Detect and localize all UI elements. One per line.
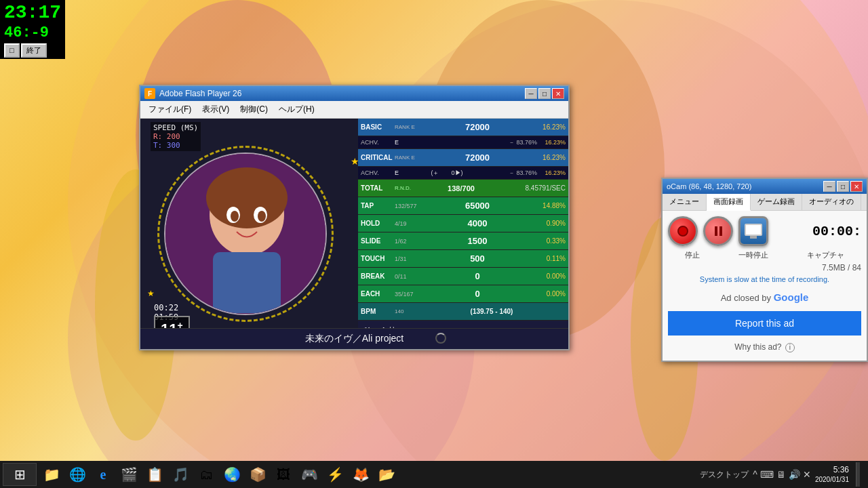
system-tray: デスクトップ ^ ⌨ 🖥 🔊 ✕ 5:36 2020/01/31 [700,462,860,487]
basic-score-row: BASIC RANK E 72000 16.23% [358,119,568,136]
taskbar-icon-folder[interactable]: 📂 [374,462,399,487]
taskbar-icon-media[interactable]: 🎬 [117,462,141,487]
stop-label: 停止 [685,250,700,260]
basic-pct: 16.23% [540,123,568,131]
menu-file[interactable]: ファイル(F) [143,102,197,117]
explorer-icon: 📁 [43,466,60,483]
ocam-title: oCam (86, 48, 1280, 720) [667,182,821,190]
taskbar-icon-game[interactable]: 🎮 [297,462,321,487]
ocam-maximize-button[interactable]: □ [837,181,849,192]
basic-achv-label: ACHV. [358,139,395,146]
ocam-recording-controls: 00:00: [668,216,861,246]
taskbar-pinned-icons: 📁 🌐 e 🎬 📋 🎵 🗂 🌏 📦 🖼 🎮 [39,462,700,487]
taskbar-icon-app7[interactable]: 🗂 [194,462,218,487]
taskbar-icon-flash[interactable]: ⚡ [323,462,347,487]
why-this-ad[interactable]: Why this ad? i [668,340,861,355]
tab-menu[interactable]: メニュー [663,194,707,210]
ocam-tab-bar: メニュー 画面録画 ゲーム録画 オーディオの [663,194,867,211]
basic-achv-pct: 16.23% [540,139,568,146]
show-desktop-button[interactable] [856,462,860,487]
flash-app-icon: F [144,88,155,99]
taskbar: ⊞ 📁 🌐 e 🎬 📋 🎵 🗂 🌏 📦 🖼 [0,461,868,488]
critical-pct: 16.23% [540,154,568,161]
ocam-pause-button[interactable] [703,216,733,246]
slide-val: 1/62 [395,238,415,245]
loading-spinner [435,333,446,344]
ocam-window: oCam (86, 48, 1280, 720) ─ □ ✕ メニュー 画面録画… [661,178,868,362]
break-val: 0/11 [395,273,415,280]
tray-chevron-icon[interactable]: ^ [753,469,757,480]
basic-achv-row: ACHV. E － 83.76% 16.23% [358,136,568,149]
break-score: 0 [415,271,540,281]
ocam-close-button[interactable]: ✕ [850,181,863,192]
ocam-minimize-button[interactable]: ─ [823,181,835,192]
hold-score-row: HOLD 4/19 4000 0.90% [358,215,568,232]
desktop-show-label: デスクトップ [700,469,749,481]
svg-point-9 [206,167,288,228]
report-ad-button[interactable]: Report this ad [668,311,861,336]
total-label: TOTAL [358,184,395,192]
basic-rank: RANK E [395,124,415,130]
ocam-record-button[interactable] [668,216,698,246]
taskbar-icon-app5[interactable]: 📋 [142,462,167,487]
app10-icon: 🖼 [277,467,290,483]
ocam-capture-button[interactable] [738,216,768,246]
each-pct: 0.00% [540,290,568,298]
taskbar-icon-app6[interactable]: 🎵 [168,462,193,487]
svg-point-13 [231,211,239,222]
slide-pct: 0.33% [540,237,568,245]
capture-label: キャプチャ [807,250,844,260]
score-table: BASIC RANK E 72000 16.23% ACHV. E － 83.7… [358,119,568,349]
tab-game-rec[interactable]: ゲーム録画 [751,194,802,210]
taskbar-icon-app8[interactable]: 🌏 [220,462,244,487]
ocam-window-controls: ─ □ ✕ [823,181,863,192]
taskbar-icon-app10[interactable]: 🖼 [271,462,296,487]
flash-icon-tb: ⚡ [327,466,344,483]
tray-app1-icon[interactable]: ⌨ [760,469,774,480]
timer-current: 00:22 [154,303,178,312]
clock-minimize-button[interactable]: □ [4,43,20,58]
tab-screen-rec[interactable]: 画面録画 [707,194,751,211]
touch-pct: 0.11% [540,255,568,262]
pause-bar-right [719,226,722,236]
ocam-slow-message: System is slow at the time of recording. [668,275,861,283]
taskbar-icon-explorer[interactable]: 📁 [39,462,64,487]
tray-network-icon[interactable]: 🖥 [776,469,786,480]
taskbar-icon-browser2[interactable]: e [91,462,115,487]
record-button-inner [677,226,688,237]
menu-view[interactable]: 表示(V) [197,102,235,117]
hold-pct: 0.90% [540,220,568,227]
taskbar-time: 5:36 [815,464,849,476]
taskbar-icon-app9[interactable]: 📦 [245,462,270,487]
menu-control[interactable]: 制御(C) [235,102,273,117]
break-label: BREAK [358,272,395,280]
close-button[interactable]: ✕ [552,88,564,99]
taskbar-icon-browser1[interactable]: 🌐 [65,462,90,487]
tray-close-icon[interactable]: ✕ [803,469,811,480]
character-circle [164,152,327,315]
start-button[interactable]: ⊞ [3,463,37,486]
browser2-icon: e [100,467,106,483]
total-score-row: TOTAL R.N.D. 138/700 8.45791/SEC [358,180,568,197]
menu-help[interactable]: ヘルプ(H) [273,102,320,117]
bpm-row: BPM 140 (139.75 - 140) [358,303,568,321]
taskbar-icon-firefox[interactable]: 🦊 [349,462,373,487]
bpm-range: (139.75 - 140) [415,308,568,315]
tab-audio[interactable]: オーディオの [802,194,861,210]
each-label: EACH [358,290,395,298]
clock-end-button[interactable]: 終了 [21,43,47,58]
minimize-button[interactable]: ─ [525,88,537,99]
windows-logo-icon: ⊞ [14,466,26,483]
each-score: 0 [415,289,540,299]
maximize-button[interactable]: □ [538,88,551,99]
taskbar-clock[interactable]: 5:36 2020/01/31 [815,464,849,485]
folder-icon: 📂 [378,466,395,483]
firefox-icon: 🦊 [353,466,370,483]
flash-window-title: Adobe Flash Player 26 [159,89,521,98]
tray-volume-icon[interactable]: 🔊 [789,469,800,480]
flash-player-window: F Adobe Flash Player 26 ─ □ ✕ ファイル(F) 表示… [139,85,570,350]
total-detail: 8.45791/SEC [507,184,568,192]
browser1-icon: 🌐 [69,466,86,483]
critical-score: 72000 [415,152,540,163]
tap-pct: 14.88% [540,202,568,209]
